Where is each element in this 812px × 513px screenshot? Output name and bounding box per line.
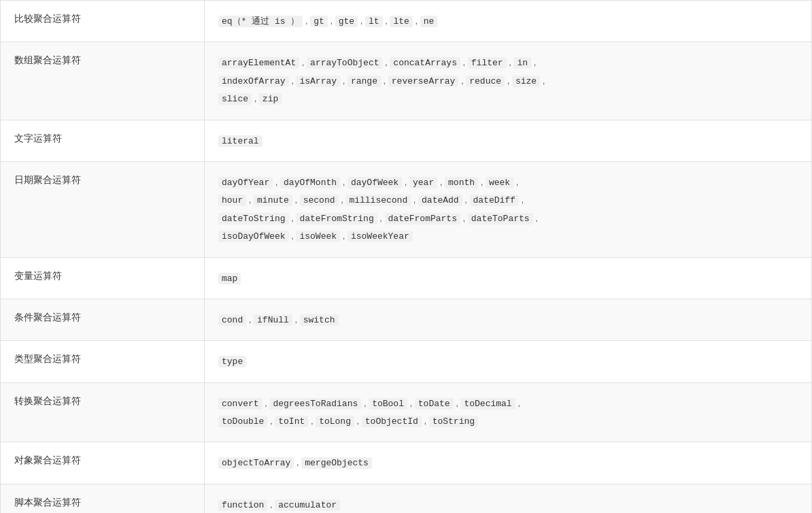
- table-row: 条件聚合运算符cond , ifNull , switch: [1, 299, 811, 341]
- code-token: isArray: [296, 76, 340, 87]
- code-token: isoDayOfWeek: [218, 231, 289, 242]
- row-value-array: arrayElementAt , arrayToObject , concatA…: [205, 42, 811, 119]
- code-token: toDecimal: [460, 398, 515, 410]
- value-line: slice , zip: [218, 90, 798, 107]
- value-line: arrayElementAt , arrayToObject , concatA…: [218, 54, 798, 71]
- row-value-type: type: [205, 341, 811, 382]
- code-token: size: [512, 76, 540, 87]
- code-token: mergeObjects: [301, 457, 372, 469]
- code-token: lt: [365, 16, 383, 27]
- code-token: isoWeek: [296, 231, 340, 242]
- value-line: eq（* 通过 is ） , gt , gte , lt , lte , ne: [218, 13, 798, 29]
- row-value-date: dayOfYear , dayOfMonth , dayOfWeek , yea…: [205, 162, 811, 257]
- code-token: dateFromString: [296, 213, 377, 225]
- code-token: minute: [254, 195, 292, 206]
- table-row: 数组聚合运算符arrayElementAt , arrayToObject , …: [1, 42, 811, 120]
- table-row: 比较聚合运算符eq（* 通过 is ） , gt , gte , lt , lt…: [1, 1, 811, 42]
- code-token: isoWeekYear: [348, 231, 413, 242]
- code-token: switch: [300, 314, 339, 326]
- code-token: reverseArray: [388, 76, 459, 87]
- code-token: millisecond: [345, 195, 411, 206]
- code-token: year: [409, 177, 437, 188]
- code-token: toObjectId: [362, 416, 422, 427]
- code-token: dateAdd: [418, 195, 462, 206]
- value-line: dateToString , dateFromString , dateFrom…: [218, 210, 798, 227]
- code-token: dateToParts: [468, 213, 533, 225]
- value-line: toDouble , toInt , toLong , toObjectId ,…: [218, 413, 798, 429]
- table-row: 文字运算符literal: [1, 120, 811, 162]
- value-line: function , accumulator: [218, 497, 798, 513]
- row-label-comparison: 比较聚合运算符: [1, 1, 205, 42]
- row-label-convert: 转换聚合运算符: [1, 383, 205, 442]
- code-token: in: [513, 57, 531, 69]
- value-line: cond , ifNull , switch: [218, 312, 798, 328]
- code-token: ne: [420, 16, 438, 27]
- value-line: type: [218, 353, 798, 369]
- code-token: lte: [390, 16, 412, 27]
- code-token: range: [348, 76, 381, 87]
- code-token: concatArrays: [390, 57, 460, 69]
- row-label-array: 数组聚合运算符: [1, 42, 205, 119]
- code-token: dateFromParts: [385, 213, 460, 225]
- value-line: isoDayOfWeek , isoWeek , isoWeekYear: [218, 228, 798, 244]
- value-line: indexOfArray , isArray , range , reverse…: [218, 73, 798, 89]
- row-value-conditional: cond , ifNull , switch: [205, 299, 811, 340]
- code-token: eq（* 通过 is ）: [218, 16, 303, 27]
- code-token: week: [486, 177, 513, 188]
- code-token: second: [300, 195, 339, 206]
- code-token: cond: [218, 314, 246, 326]
- code-token: hour: [218, 195, 246, 206]
- row-value-literal-text: literal: [205, 120, 811, 161]
- row-value-object: objectToArray , mergeObjects: [205, 442, 811, 483]
- code-token: dayOfYear: [218, 177, 273, 188]
- row-value-script: function , accumulator: [205, 484, 811, 513]
- value-line: literal: [218, 133, 798, 149]
- code-token: gt: [310, 16, 328, 27]
- value-line: objectToArray , mergeObjects: [218, 454, 798, 471]
- code-token: toBool: [369, 398, 407, 410]
- value-line: dayOfYear , dayOfMonth , dayOfWeek , yea…: [218, 174, 798, 191]
- code-token: gte: [335, 16, 358, 27]
- code-token: dayOfWeek: [348, 177, 402, 188]
- row-label-script: 脚本聚合运算符: [1, 484, 205, 513]
- table-row: 对象聚合运算符objectToArray , mergeObjects: [1, 442, 811, 484]
- code-token: dateToString: [218, 213, 289, 225]
- code-token: map: [218, 273, 241, 284]
- code-token: month: [445, 177, 478, 188]
- code-token: toDate: [415, 398, 454, 410]
- code-token: zip: [259, 93, 282, 105]
- code-token: toDouble: [218, 416, 267, 427]
- code-token: degreesToRadians: [269, 398, 361, 410]
- row-label-conditional: 条件聚合运算符: [1, 299, 205, 340]
- code-token: filter: [468, 57, 507, 69]
- row-value-comparison: eq（* 通过 is ） , gt , gte , lt , lte , ne: [205, 1, 811, 42]
- code-token: slice: [218, 93, 252, 105]
- value-line: hour , minute , second , millisecond , d…: [218, 192, 798, 208]
- main-table: 比较聚合运算符eq（* 通过 is ） , gt , gte , lt , lt…: [0, 0, 812, 513]
- code-token: type: [218, 356, 246, 367]
- code-token: accumulator: [275, 499, 340, 511]
- table-row: 日期聚合运算符dayOfYear , dayOfMonth , dayOfWee…: [1, 162, 811, 258]
- code-token: dateDiff: [470, 195, 519, 206]
- value-line: map: [218, 270, 798, 286]
- code-token: reduce: [466, 76, 505, 87]
- code-token: toLong: [316, 416, 354, 427]
- row-label-object: 对象聚合运算符: [1, 442, 205, 483]
- row-label-variable: 变量运算符: [1, 258, 205, 299]
- code-token: function: [218, 499, 267, 511]
- row-label-literal-text: 文字运算符: [1, 120, 205, 161]
- code-token: arrayElementAt: [218, 57, 299, 69]
- row-value-variable: map: [205, 258, 811, 299]
- code-token: literal: [218, 135, 263, 147]
- code-token: dayOfMonth: [280, 177, 340, 188]
- row-label-type: 类型聚合运算符: [1, 341, 205, 382]
- table-row: 脚本聚合运算符function , accumulator: [1, 484, 811, 513]
- code-token: toString: [429, 416, 478, 427]
- value-line: convert , degreesToRadians , toBool , to…: [218, 395, 798, 412]
- table-row: 变量运算符map: [1, 258, 811, 299]
- table-row: 转换聚合运算符convert , degreesToRadians , toBo…: [1, 383, 811, 443]
- row-label-date: 日期聚合运算符: [1, 162, 205, 257]
- code-token: convert: [218, 398, 263, 410]
- code-token: ifNull: [254, 314, 292, 326]
- table-row: 类型聚合运算符type: [1, 341, 811, 382]
